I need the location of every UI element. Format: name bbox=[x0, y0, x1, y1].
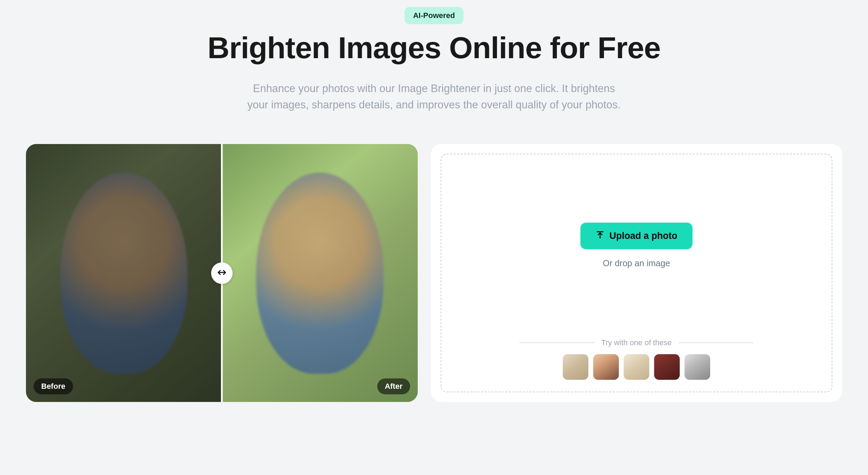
page-title: Brighten Images Online for Free bbox=[26, 31, 842, 64]
after-label: After bbox=[377, 378, 410, 394]
content-row: Before After Upload a photo Or drop an i… bbox=[26, 144, 842, 402]
page-subtitle: Enhance your photos with our Image Brigh… bbox=[244, 81, 624, 113]
before-label: Before bbox=[34, 378, 73, 394]
samples-label: Try with one of these bbox=[601, 338, 671, 347]
sample-thumb-4[interactable] bbox=[654, 354, 680, 380]
before-image bbox=[26, 144, 222, 402]
comparison-slider-handle[interactable] bbox=[211, 262, 233, 284]
samples-section: Try with one of these bbox=[441, 338, 832, 380]
sample-thumb-1[interactable] bbox=[563, 354, 588, 380]
upload-card: Upload a photo Or drop an image Try with… bbox=[431, 144, 842, 402]
ai-badge: AI-Powered bbox=[405, 7, 463, 24]
sample-thumb-5[interactable] bbox=[685, 354, 710, 380]
after-image bbox=[222, 144, 418, 402]
before-after-comparison[interactable]: Before After bbox=[26, 144, 418, 402]
sample-thumbnails bbox=[563, 354, 710, 380]
sample-thumb-2[interactable] bbox=[593, 354, 619, 380]
upload-button-label: Upload a photo bbox=[609, 231, 677, 241]
page-header: AI-Powered Brighten Images Online for Fr… bbox=[26, 7, 842, 113]
upload-dropzone[interactable]: Upload a photo Or drop an image Try with… bbox=[441, 154, 832, 392]
arrows-horizontal-icon bbox=[217, 268, 227, 279]
drop-hint-text: Or drop an image bbox=[603, 258, 670, 268]
sample-thumb-3[interactable] bbox=[624, 354, 649, 380]
upload-icon bbox=[596, 230, 605, 242]
upload-button[interactable]: Upload a photo bbox=[580, 223, 693, 249]
